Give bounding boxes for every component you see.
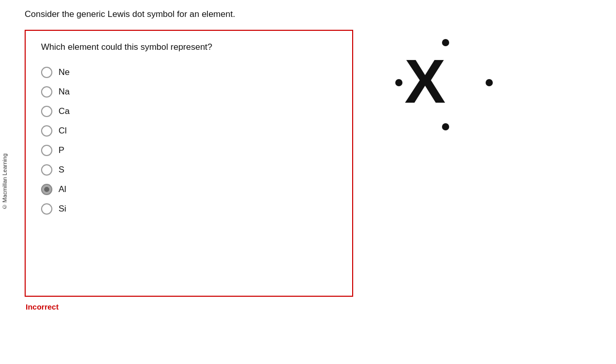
watermark: © Macmillan Learning: [0, 0, 9, 364]
question-prompt: Consider the generic Lewis dot symbol fo…: [25, 9, 601, 20]
answer-box: Which element could this symbol represen…: [25, 30, 353, 297]
option-item-cl[interactable]: Cl: [41, 125, 337, 137]
option-label-na: Na: [59, 87, 70, 97]
option-label-cl: Cl: [59, 126, 67, 136]
lewis-symbol: X: [405, 50, 446, 112]
radio-cl[interactable]: [41, 125, 52, 137]
options-list: NeNaCaClPSAlSi: [41, 67, 337, 215]
option-item-p[interactable]: P: [41, 145, 337, 156]
radio-p[interactable]: [41, 145, 52, 156]
option-item-si[interactable]: Si: [41, 203, 337, 215]
option-label-p: P: [59, 145, 64, 156]
watermark-text: © Macmillan Learning: [2, 154, 8, 210]
option-item-na[interactable]: Na: [41, 86, 337, 98]
option-item-ne[interactable]: Ne: [41, 67, 337, 78]
dot-left: [395, 79, 402, 86]
option-item-al[interactable]: Al: [41, 184, 337, 195]
lewis-diagram: X: [374, 35, 497, 148]
radio-si[interactable]: [41, 203, 52, 215]
layout-row: Which element could this symbol represen…: [25, 30, 601, 297]
option-label-s: S: [59, 165, 64, 175]
option-label-ne: Ne: [59, 67, 70, 78]
option-label-si: Si: [59, 204, 66, 214]
answer-box-question: Which element could this symbol represen…: [41, 42, 337, 52]
option-label-ca: Ca: [59, 106, 70, 117]
option-item-ca[interactable]: Ca: [41, 106, 337, 117]
radio-al[interactable]: [41, 184, 52, 195]
option-item-s[interactable]: S: [41, 164, 337, 176]
dot-top: [442, 39, 449, 46]
main-content: Consider the generic Lewis dot symbol fo…: [9, 0, 616, 364]
radio-ne[interactable]: [41, 67, 52, 78]
incorrect-label: Incorrect: [26, 302, 59, 311]
dot-right: [486, 79, 493, 86]
radio-s[interactable]: [41, 164, 52, 176]
radio-na[interactable]: [41, 86, 52, 98]
option-label-al: Al: [59, 184, 66, 195]
radio-ca[interactable]: [41, 106, 52, 117]
dot-bottom: [442, 123, 449, 130]
